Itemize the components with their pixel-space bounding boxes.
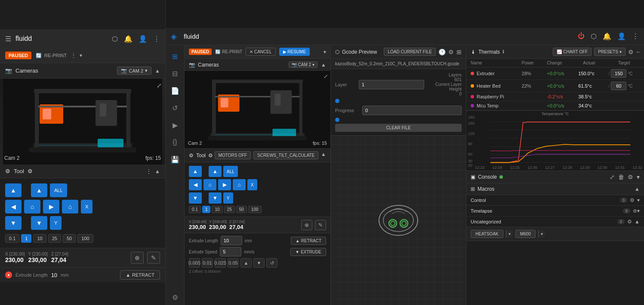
mobile-tool-gear[interactable]: ⚙ [28,168,33,174]
desktop-tool-gear[interactable]: ⚙ [208,152,213,159]
gcode-clock-btn[interactable]: 🕐 [438,49,446,55]
desktop-home-y-btn[interactable]: Y [223,192,233,204]
gcode-layer-input[interactable] [359,80,424,89]
sidebar-dashboard-icon[interactable]: ⊟ [167,66,183,81]
desktop-more-icon[interactable]: ⋮ [632,32,639,40]
console-delete-icon[interactable]: 🗑 [618,174,624,180]
desktop-up-btn[interactable]: ▲ [189,166,202,177]
desktop-bell-icon[interactable]: 🔔 [603,32,611,40]
desktop-offset-down[interactable]: ▼ [253,258,265,268]
desktop-z-down-btn[interactable]: ▼ [209,192,222,204]
desktop-offset-0.01[interactable]: 0.01 [202,258,213,268]
gcode-clear-file-btn[interactable]: CLEAR FILE [335,124,462,132]
desktop-tool-expand[interactable]: ▲ [321,151,326,159]
desktop-fullscreen-btn[interactable]: ⤢ [324,73,328,79]
desktop-power-icon[interactable]: ⏻ [578,32,585,40]
console-collapse-icon[interactable]: ▾ [637,174,640,180]
desktop-inc-10[interactable]: 10 [212,206,222,213]
desktop-offset-0.005[interactable]: 0.005 [189,258,200,268]
desktop-offset-reset[interactable]: ↺ [266,258,277,268]
desktop-left-btn[interactable]: ◀ [189,179,202,190]
thermals-info-icon[interactable]: ℹ [502,49,504,55]
desktop-inc-0.1[interactable]: 0.1 [189,206,201,213]
desktop-z-up-btn[interactable]: ▲ [209,166,222,177]
macro-group-control-header[interactable]: Control 3 ⚙ ▾ [466,195,644,205]
macro-uncategorized-settings[interactable]: ⚙ [627,219,632,225]
desktop-offset-0.025[interactable]: 0.025 [215,258,226,268]
mobile-camera-header[interactable]: 📷 Cameras 📷 CAM 2 ▾ ▲ [0,63,165,79]
more-icon[interactable]: ⋮ [153,35,160,43]
mobile-inc-100[interactable]: 100 [77,234,93,243]
macro-timelapse-settings[interactable]: ⚙ [633,208,637,214]
desktop-extrude-length-input[interactable] [221,236,242,245]
hamburger-icon[interactable]: ☰ [5,35,11,43]
heatsoak-dropdown[interactable]: ▾ [506,230,513,238]
desktop-motors-off-btn[interactable]: MOTORS OFF [215,151,251,159]
desktop-person-icon[interactable]: 👤 [617,32,626,40]
mobile-fullscreen-btn[interactable]: ⤢ [157,82,162,89]
desktop-monitor-icon[interactable]: ⬡ [591,32,597,40]
mobile-up-btn[interactable]: ▲ [5,183,22,197]
desktop-extrude-speed-input[interactable] [220,247,241,256]
mobile-retract-btn[interactable]: ▲ RETRACT [120,270,160,280]
desktop-home-btn[interactable]: ⌂ [203,179,216,190]
gcode-settings-btn[interactable]: ⚙ [448,49,454,55]
desktop-inc-1[interactable]: 1 [202,206,211,213]
mobile-coord-btn1[interactable]: ⊕ [131,252,144,264]
presets-btn[interactable]: PRESETS ▾ [594,48,626,56]
desktop-right-btn[interactable]: ▶ [218,179,231,190]
sidebar-storage-icon[interactable]: 💾 [167,152,183,167]
macro-timelapse-expand[interactable]: ▾ [637,208,640,214]
mobile-inc-0.1[interactable]: 0.1 [5,234,19,243]
console-header[interactable]: ▣ Console ⤢ 🗑 ⚙ ▾ [466,171,644,183]
mobile-status-expand[interactable]: ▾ [80,52,82,58]
desktop-offset-0.05[interactable]: 0.05 [228,258,239,268]
sidebar-settings-icon[interactable]: ⚙ [167,290,183,305]
gcode-load-btn[interactable]: LOAD CURRENT FILE [384,48,436,56]
console-settings-icon[interactable]: ⚙ [628,174,633,180]
desktop-screws-btn[interactable]: SCREWS_TILT_CALCULATE [253,151,318,159]
sidebar-history-icon[interactable]: ↺ [167,100,183,116]
desktop-reprint-label[interactable]: RE-PRINT [222,49,242,54]
mobile-camera-expand[interactable]: ▲ [155,68,160,74]
desktop-extrude-btn[interactable]: ▼ EXTRUDE [290,248,326,256]
desktop-inc-100[interactable]: 100 [248,206,262,213]
desktop-coord-btn1[interactable]: ⊕ [301,220,312,230]
desktop-all-btn[interactable]: ALL [223,166,238,177]
gcode-progress-input[interactable] [362,106,462,115]
mobile-cam-badge[interactable]: 📷 CAM 2 ▾ [117,67,151,75]
mobile-z-down-btn[interactable]: ▼ [31,216,47,230]
mobile-left-btn[interactable]: ◀ [5,200,22,214]
mobile-tool-more[interactable]: ⋮ [146,168,151,174]
macros-expand-icon[interactable]: ▲ [635,186,640,192]
desktop-camera-expand[interactable]: ▲ [321,62,326,68]
desktop-down-btn[interactable]: ▼ [189,192,202,204]
mobile-inc-10[interactable]: 10 [33,234,46,243]
person-icon[interactable]: 👤 [139,35,147,43]
desktop-cancel-btn[interactable]: ✕ CANCEL [246,48,275,56]
mobile-status-more[interactable]: ⋮ [71,52,76,58]
gcode-slider-dot[interactable] [335,99,339,103]
temp-target-input[interactable] [611,69,626,78]
desktop-inc-50[interactable]: 50 [236,206,247,213]
monitor-icon[interactable]: ⬡ [112,35,118,43]
mobile-tool-expand[interactable]: ▲ [155,168,160,174]
mobile-tool-header[interactable]: ⚙ Tool ⚙ ⋮ ▲ [0,165,165,178]
desktop-inc-25[interactable]: 25 [224,206,235,213]
macro-group-timelapse[interactable]: Timelapse 5 ⚙ ▾ [466,206,644,217]
macro-uncategorized-expand[interactable]: ▲ [635,219,640,225]
desktop-cam-badge[interactable]: 📷 CAM 2 ▾ [289,61,318,68]
macro-control-expand[interactable]: ▾ [637,197,640,203]
console-expand-icon[interactable]: ⤢ [610,174,615,180]
sidebar-timelapse-icon[interactable]: ▶ [167,117,183,133]
gcode-expand-btn[interactable]: ⊞ [456,49,462,55]
mobile-inc-50[interactable]: 50 [63,234,76,243]
m600-btn[interactable]: M600 [515,230,536,238]
desktop-status-more[interactable]: ▾ [324,49,326,55]
sidebar-files-icon[interactable]: 📄 [167,83,183,98]
macro-control-settings[interactable]: ⚙ [630,197,635,203]
mobile-inc-1[interactable]: 1 [21,234,31,243]
macro-group-uncategorized-header[interactable]: Uncategorized 2 ⚙ ▲ [466,217,644,227]
mobile-home-btn[interactable]: ⌂ [24,200,40,214]
bell-icon[interactable]: 🔔 [124,35,132,43]
